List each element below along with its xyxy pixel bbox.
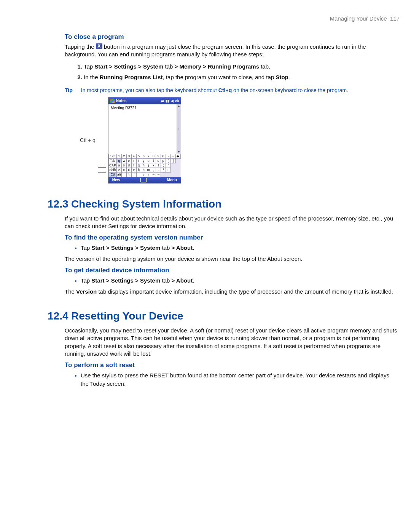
ok-button-label: ok: [175, 99, 179, 103]
osk-key: 6: [141, 154, 146, 158]
sec-123-intro: If you want to find out about technical …: [65, 215, 398, 230]
osk-key: 123: [108, 154, 116, 158]
osk-key: ,: [151, 168, 156, 172]
osk-key: CAP: [108, 163, 116, 168]
osk-key: Ctl: [108, 172, 116, 177]
step-2: In the Running Programs List, tap the pr…: [84, 73, 398, 82]
osk-key: 8: [151, 154, 156, 158]
device-scrollbar: ▲ ▪ ▼: [177, 104, 181, 154]
section-12-4-heading: 12.4Resetting Your Device: [48, 310, 403, 322]
osk-key: 2: [121, 154, 126, 158]
osk-key: [131, 172, 136, 177]
osk-key: →: [156, 172, 161, 177]
osk-key: \: [126, 172, 131, 177]
osk-key: b: [136, 168, 141, 172]
scroll-thumb-icon: ▪: [178, 127, 179, 131]
osk-key: ;: [161, 163, 166, 168]
os-version-bullets: Tap Start > Settings > System tab > Abou…: [57, 244, 398, 252]
osk-key: z: [116, 168, 121, 172]
osk-key: ]: [171, 158, 176, 163]
osk-key: f: [131, 163, 136, 168]
osk-key: 7: [146, 154, 151, 158]
osk-key: ←: [166, 168, 171, 172]
osk-key: l: [156, 163, 161, 168]
tip-row: Tip In most programs, you can also tap t…: [65, 87, 398, 93]
section-title: Resetting Your Device: [71, 310, 183, 322]
on-screen-keyboard: 1231234567890-=◆Tabqwertyuiop[]CAPasdfgh…: [108, 154, 181, 177]
osk-key: k: [151, 163, 156, 168]
device-screenshot: Notes ⇄ ▮▮ ◀ ok Meeting R3721 ▲ ▪ ▼ 1231…: [108, 97, 181, 184]
softkey-left: New: [112, 178, 120, 182]
osk-key: q: [116, 158, 121, 163]
signal-icon: ▮▮: [166, 99, 169, 103]
scroll-up-icon: ▲: [177, 104, 180, 108]
section-title: Checking System Information: [71, 198, 221, 210]
osk-key: 5: [136, 154, 141, 158]
device-info-para: The Version tab displays important devic…: [65, 288, 398, 296]
running-head: Managing Your Device 117: [8, 15, 403, 22]
osk-key: ↑: [146, 172, 151, 177]
osk-key: 1: [116, 154, 121, 158]
softkey-right: Menu: [167, 178, 177, 182]
osk-key: r: [131, 158, 136, 163]
osk-key: 4: [131, 154, 136, 158]
osk-key: áü: [116, 172, 121, 177]
osk-key: n: [141, 168, 146, 172]
keyboard-icon: [140, 178, 147, 182]
osk-key: d: [126, 163, 131, 168]
section-number: 12.3: [48, 198, 71, 210]
osk-key: `: [121, 172, 126, 177]
connectivity-icon: ⇄: [161, 99, 164, 103]
osk-key: m: [146, 168, 151, 172]
osk-key: v: [131, 168, 136, 172]
osk-key: c: [126, 168, 131, 172]
osk-key: /: [161, 168, 166, 172]
osk-key: [: [166, 158, 171, 163]
subheading-os-version: To find the operating system version num…: [65, 234, 398, 241]
osk-key: y: [141, 158, 146, 163]
subheading-soft-reset: To perform a soft reset: [65, 361, 398, 369]
osk-key: g: [136, 163, 141, 168]
bullet-soft-reset: Use the stylus to press the RESET button…: [81, 371, 398, 388]
callout-line: [98, 167, 106, 173]
device-app-title: Notes: [116, 99, 127, 103]
osk-key: ←: [151, 172, 156, 177]
os-version-para: The version of the operating system on y…: [65, 255, 398, 263]
osk-key: -: [166, 154, 171, 158]
bullet-device-info: Tap Start > Settings > System tab > Abou…: [81, 276, 398, 285]
osk-key: w: [121, 158, 126, 163]
osk-key: e: [126, 158, 131, 163]
osk-key: .: [156, 168, 161, 172]
device-bottombar: New Menu: [108, 177, 181, 183]
osk-key: p: [161, 158, 166, 163]
osk-key: ': [166, 163, 171, 168]
windows-flag-icon: [110, 99, 115, 103]
osk-key: 9: [156, 154, 161, 158]
speaker-icon: ◀: [171, 99, 174, 103]
device-figure: Ctl + q Notes ⇄ ▮▮ ◀ ok Meeting R3721 ▲ …: [80, 97, 398, 184]
device-info-bullets: Tap Start > Settings > System tab > Abou…: [57, 276, 398, 285]
sec-124-intro: Occasionally, you may need to reset your…: [65, 327, 398, 358]
scroll-down-icon: ▼: [177, 150, 180, 154]
osk-key: h: [141, 163, 146, 168]
osk-key: Tab: [108, 158, 116, 163]
section-number: 12.4: [48, 310, 71, 322]
soft-reset-bullets: Use the stylus to press the RESET button…: [57, 371, 398, 388]
osk-key: =: [171, 154, 176, 158]
callout-label: Ctl + q: [80, 137, 96, 143]
page-number: 117: [390, 15, 400, 22]
osk-key: 3: [126, 154, 131, 158]
close-icon: X: [96, 43, 102, 49]
osk-key: ◆: [175, 154, 180, 158]
osk-key: [136, 172, 141, 177]
osk-key: ↓: [141, 172, 146, 177]
osk-key: u: [146, 158, 151, 163]
osk-key: 0: [161, 154, 166, 158]
subheading-close-program: To close a program: [65, 33, 398, 41]
osk-key: a: [116, 163, 121, 168]
close-program-steps: Tap Start > Settings > System tab > Memo…: [57, 62, 398, 82]
osk-key: j: [146, 163, 151, 168]
device-titlebar: Notes ⇄ ▮▮ ◀ ok: [108, 97, 181, 104]
osk-key: s: [121, 163, 126, 168]
device-note-text: Meeting R3721: [108, 104, 181, 112]
